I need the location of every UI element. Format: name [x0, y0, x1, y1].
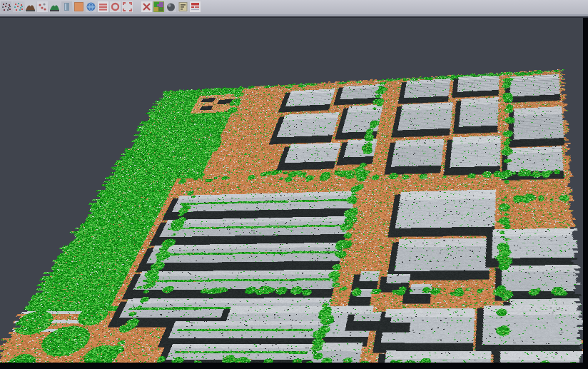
globe-icon[interactable] [86, 1, 96, 12]
control-points-icon[interactable] [37, 1, 48, 12]
window-edge-right [583, 18, 588, 369]
window-edge-bottom [0, 363, 588, 369]
layer-stack-icon[interactable] [98, 1, 108, 12]
circle-select-icon[interactable] [110, 1, 121, 12]
toolbar [0, 0, 588, 14]
application-window [0, 0, 588, 369]
map-notes-icon[interactable] [178, 1, 188, 12]
ortho-tile-icon[interactable] [74, 1, 84, 12]
classified-points-icon[interactable] [13, 1, 24, 12]
flagged-tile-icon[interactable] [190, 1, 201, 12]
point-cloud-3d-viewport[interactable] [0, 18, 588, 369]
noise-tile-icon[interactable] [1, 1, 11, 12]
delete-mark-icon[interactable] [141, 1, 152, 12]
sphere-view-icon[interactable] [166, 1, 176, 12]
terrain-icon[interactable] [25, 1, 36, 12]
profile-block-icon[interactable] [61, 1, 72, 12]
vegetation-icon[interactable] [49, 1, 60, 12]
extent-select-icon[interactable] [122, 1, 133, 12]
classification-legend-icon[interactable] [153, 1, 164, 12]
